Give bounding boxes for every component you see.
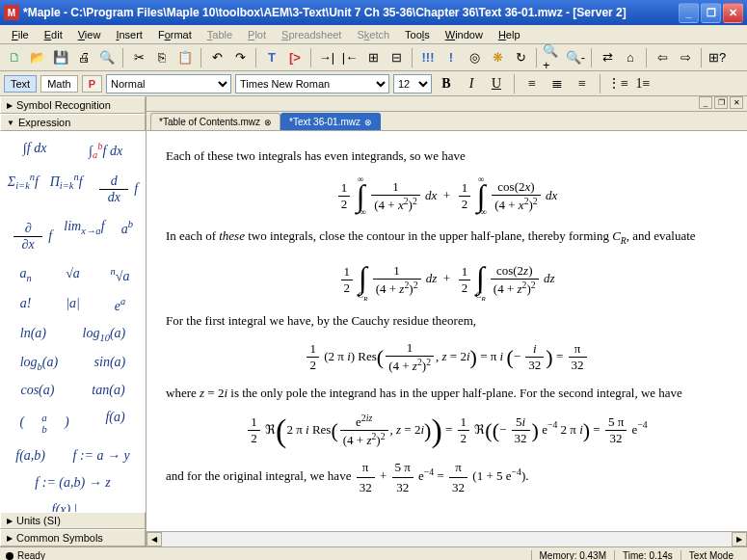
palette-expression[interactable]: ▼Expression (0, 114, 146, 131)
pal-binom[interactable]: (ab) (15, 408, 72, 439)
pal-f2[interactable]: f(a,b) (12, 446, 49, 466)
save-button[interactable]: 💾 (50, 47, 71, 68)
open-button[interactable]: 📂 (27, 47, 48, 68)
forward-button[interactable]: ⇨ (675, 47, 696, 68)
pal-eval[interactable]: f(x) |x=a (48, 500, 98, 512)
menu-spreadsheet[interactable]: Spreadsheet (274, 27, 349, 42)
pal-partial[interactable]: ∂∂xf (4, 217, 56, 256)
preview-button[interactable]: 🔍 (96, 47, 118, 68)
toggle-button[interactable]: ⇄ (597, 47, 618, 68)
execute-button[interactable]: !!! (417, 47, 439, 68)
pal-tan[interactable]: tan(a) (88, 381, 128, 400)
pal-defint[interactable]: ∫abf dx (85, 139, 126, 162)
align-right-button[interactable]: ≡ (572, 74, 593, 93)
align-left-button[interactable]: ≡ (521, 74, 543, 93)
text-mode-button[interactable]: Text (4, 75, 37, 93)
close-icon[interactable]: ⊗ (264, 118, 272, 127)
bullet-list-button[interactable]: ⋮≡ (607, 74, 628, 93)
style-select[interactable]: Normal (106, 74, 231, 93)
align-center-button[interactable]: ≣ (547, 74, 568, 93)
palette-units[interactable]: ▶Units (SI) (0, 512, 146, 529)
pal-sqrt[interactable]: √a (59, 264, 88, 286)
section-out-button[interactable]: ⊟ (386, 47, 407, 68)
redo-button[interactable]: ↷ (229, 47, 251, 68)
help-button[interactable]: ⊞? (707, 47, 728, 68)
pal-ln[interactable]: ln(a) (16, 324, 50, 345)
palette-common-symbols[interactable]: ▶Common Symbols (0, 529, 146, 547)
scroll-right-button[interactable]: ▶ (732, 532, 747, 547)
tab-text36[interactable]: *Text 36-01.mwz⊗ (280, 113, 381, 130)
pal-cos[interactable]: cos(a) (16, 381, 58, 400)
scroll-track[interactable] (162, 532, 732, 547)
pal-log10[interactable]: log10(a) (79, 324, 130, 345)
home-button[interactable]: ⌂ (620, 47, 641, 68)
pal-exp[interactable]: ea (106, 294, 135, 316)
close-icon[interactable]: ⊗ (364, 118, 372, 127)
insert-prompt-button[interactable]: [> (284, 47, 306, 68)
pal-func[interactable]: f(a) (101, 408, 130, 439)
minimize-button[interactable]: _ (679, 3, 699, 23)
horizontal-scrollbar[interactable]: ◀ ▶ (147, 531, 747, 547)
cut-button[interactable]: ✂ (128, 47, 149, 68)
menu-edit[interactable]: Edit (37, 27, 70, 42)
menu-insert[interactable]: Insert (108, 27, 150, 42)
menu-sketch[interactable]: Sketch (349, 27, 397, 42)
menu-file[interactable]: File (4, 27, 37, 42)
menu-plot[interactable]: Plot (240, 27, 274, 42)
menu-view[interactable]: View (70, 27, 109, 42)
pal-fact[interactable]: a! (12, 294, 40, 316)
scroll-left-button[interactable]: ◀ (147, 532, 162, 547)
copy-button[interactable]: ⎘ (151, 47, 173, 68)
pal-int[interactable]: ∫f dx (19, 139, 50, 162)
execute-one-button[interactable]: ! (440, 47, 462, 68)
indent-button[interactable]: →| (316, 47, 337, 68)
zoomin-button[interactable]: 🔍+ (542, 47, 563, 68)
menu-window[interactable]: Window (438, 27, 491, 42)
underline-button[interactable]: U (486, 74, 507, 93)
font-select[interactable]: Times New Roman (235, 74, 389, 93)
pal-sin[interactable]: sin(a) (91, 353, 130, 374)
menu-tools[interactable]: Tools (397, 27, 438, 42)
section-in-button[interactable]: ⊞ (362, 47, 384, 68)
paragraph-button[interactable]: P (82, 75, 102, 93)
maximize-button[interactable]: ❐ (701, 3, 721, 23)
close-button[interactable]: ✕ (723, 3, 743, 23)
mdi-minimize[interactable]: _ (699, 96, 712, 109)
pal-limit[interactable]: limx→af (60, 217, 108, 256)
undo-button[interactable]: ↶ (206, 47, 227, 68)
menu-help[interactable]: Help (491, 27, 528, 42)
pal-assign1[interactable]: f := a → y (69, 446, 134, 466)
new-button[interactable]: 🗋 (4, 47, 25, 68)
print-button[interactable]: 🖨 (73, 47, 94, 68)
interrupt-button[interactable]: ◎ (464, 47, 485, 68)
pal-abs[interactable]: |a| (59, 294, 88, 316)
insert-text-button[interactable]: T (261, 47, 282, 68)
menu-format[interactable]: Format (150, 27, 200, 42)
pal-prod[interactable]: Πi=knf (46, 170, 87, 209)
back-button[interactable]: ⇦ (652, 47, 673, 68)
pal-power[interactable]: ab (113, 217, 142, 256)
italic-button[interactable]: I (461, 74, 482, 93)
mdi-restore[interactable]: ❐ (714, 96, 728, 109)
document-body[interactable]: Each of these two integrals has even int… (147, 131, 747, 531)
pal-logb[interactable]: logb(a) (16, 353, 62, 374)
pal-assign2[interactable]: f := (a,b) → z (31, 473, 114, 493)
menu-table[interactable]: Table (200, 27, 240, 42)
pal-nroot[interactable]: n√a (106, 264, 135, 286)
zoomout-button[interactable]: 🔍- (565, 47, 586, 68)
debug-button[interactable]: ❋ (487, 47, 508, 68)
outdent-button[interactable]: |← (339, 47, 360, 68)
number-list-button[interactable]: 1≡ (632, 74, 654, 93)
size-select[interactable]: 12 (393, 74, 432, 93)
tab-toc[interactable]: *Table of Contents.mwz⊗ (150, 113, 280, 130)
palette-symbol-recognition[interactable]: ▶Symbol Recognition (0, 96, 146, 114)
bold-button[interactable]: B (436, 74, 457, 93)
collapse-icon: ▶ (7, 517, 13, 525)
math-mode-button[interactable]: Math (40, 75, 77, 93)
pal-sub[interactable]: an (12, 264, 40, 286)
paste-button[interactable]: 📋 (174, 47, 196, 68)
mdi-close[interactable]: ✕ (730, 96, 743, 109)
pal-sum[interactable]: Σi=knf (4, 170, 42, 209)
pal-deriv[interactable]: ddxf (90, 170, 142, 209)
restart-button[interactable]: ↻ (510, 47, 531, 68)
